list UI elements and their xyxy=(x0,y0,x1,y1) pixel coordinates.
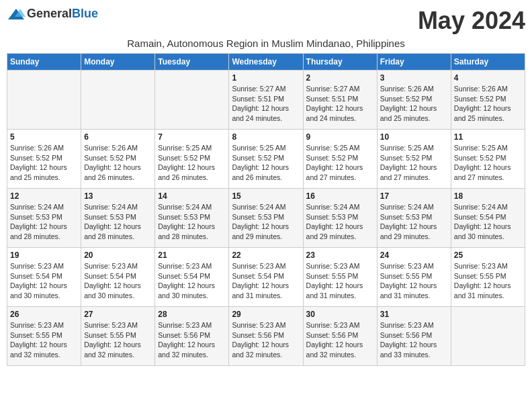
day-number: 12 xyxy=(10,191,78,201)
day-number: 13 xyxy=(84,191,152,201)
day-info: Sunrise: 5:25 AM Sunset: 5:52 PM Dayligh… xyxy=(380,143,448,183)
day-number: 31 xyxy=(380,310,448,319)
logo-general: General xyxy=(27,7,72,20)
day-info: Sunrise: 5:23 AM Sunset: 5:55 PM Dayligh… xyxy=(454,261,522,301)
day-info: Sunrise: 5:24 AM Sunset: 5:53 PM Dayligh… xyxy=(84,202,152,242)
day-number: 22 xyxy=(232,250,300,260)
calendar-cell: 19Sunrise: 5:23 AM Sunset: 5:54 PM Dayli… xyxy=(7,248,81,307)
day-info: Sunrise: 5:23 AM Sunset: 5:54 PM Dayligh… xyxy=(84,261,152,301)
calendar-cell: 24Sunrise: 5:23 AM Sunset: 5:55 PM Dayli… xyxy=(377,248,451,307)
day-number: 1 xyxy=(232,73,300,83)
calendar-cell: 6Sunrise: 5:26 AM Sunset: 5:52 PM Daylig… xyxy=(81,130,155,189)
day-info: Sunrise: 5:27 AM Sunset: 5:51 PM Dayligh… xyxy=(232,84,300,124)
calendar-table: SundayMondayTuesdayWednesdayThursdayFrid… xyxy=(7,53,525,366)
calendar-body: 1Sunrise: 5:27 AM Sunset: 5:51 PM Daylig… xyxy=(7,71,525,366)
day-number: 7 xyxy=(158,132,226,142)
calendar-cell: 29Sunrise: 5:23 AM Sunset: 5:56 PM Dayli… xyxy=(229,307,303,366)
calendar-cell: 15Sunrise: 5:24 AM Sunset: 5:53 PM Dayli… xyxy=(229,189,303,248)
day-info: Sunrise: 5:23 AM Sunset: 5:56 PM Dayligh… xyxy=(158,320,226,360)
calendar-cell: 31Sunrise: 5:23 AM Sunset: 5:56 PM Dayli… xyxy=(377,307,451,366)
day-number: 17 xyxy=(380,191,448,201)
calendar-cell: 1Sunrise: 5:27 AM Sunset: 5:51 PM Daylig… xyxy=(229,71,303,130)
day-number: 18 xyxy=(454,191,522,201)
day-info: Sunrise: 5:26 AM Sunset: 5:52 PM Dayligh… xyxy=(380,84,448,124)
day-info: Sunrise: 5:25 AM Sunset: 5:52 PM Dayligh… xyxy=(454,143,522,183)
day-info: Sunrise: 5:23 AM Sunset: 5:54 PM Dayligh… xyxy=(232,261,300,301)
day-info: Sunrise: 5:24 AM Sunset: 5:54 PM Dayligh… xyxy=(454,202,522,242)
header: GeneralBlue May 2024 xyxy=(7,7,525,35)
calendar-cell xyxy=(81,71,155,130)
calendar-cell: 25Sunrise: 5:23 AM Sunset: 5:55 PM Dayli… xyxy=(451,248,525,307)
calendar-week-5: 26Sunrise: 5:23 AM Sunset: 5:55 PM Dayli… xyxy=(7,307,525,366)
calendar-cell: 5Sunrise: 5:26 AM Sunset: 5:52 PM Daylig… xyxy=(7,130,81,189)
day-info: Sunrise: 5:24 AM Sunset: 5:53 PM Dayligh… xyxy=(380,202,448,242)
day-number: 28 xyxy=(158,310,226,319)
calendar-cell: 20Sunrise: 5:23 AM Sunset: 5:54 PM Dayli… xyxy=(81,248,155,307)
day-number: 27 xyxy=(84,310,152,319)
day-number: 14 xyxy=(158,191,226,201)
day-number: 25 xyxy=(454,250,522,260)
calendar-cell: 28Sunrise: 5:23 AM Sunset: 5:56 PM Dayli… xyxy=(155,307,229,366)
calendar-cell: 12Sunrise: 5:24 AM Sunset: 5:53 PM Dayli… xyxy=(7,189,81,248)
day-number: 6 xyxy=(84,132,152,142)
day-info: Sunrise: 5:26 AM Sunset: 5:52 PM Dayligh… xyxy=(10,143,78,183)
month-title: May 2024 xyxy=(418,7,525,35)
weekday-header-thursday: Thursday xyxy=(303,54,377,71)
day-info: Sunrise: 5:25 AM Sunset: 5:52 PM Dayligh… xyxy=(232,143,300,183)
weekday-header-wednesday: Wednesday xyxy=(229,54,303,71)
day-info: Sunrise: 5:27 AM Sunset: 5:51 PM Dayligh… xyxy=(306,84,374,124)
calendar-cell: 16Sunrise: 5:24 AM Sunset: 5:53 PM Dayli… xyxy=(303,189,377,248)
calendar-subtitle: Ramain, Autonomous Region in Muslim Mind… xyxy=(7,38,525,49)
calendar-week-2: 5Sunrise: 5:26 AM Sunset: 5:52 PM Daylig… xyxy=(7,130,525,189)
day-info: Sunrise: 5:24 AM Sunset: 5:53 PM Dayligh… xyxy=(232,202,300,242)
weekday-header-saturday: Saturday xyxy=(451,54,525,71)
calendar-cell: 17Sunrise: 5:24 AM Sunset: 5:53 PM Dayli… xyxy=(377,189,451,248)
day-info: Sunrise: 5:23 AM Sunset: 5:55 PM Dayligh… xyxy=(306,261,374,301)
calendar-cell xyxy=(155,71,229,130)
calendar-cell: 8Sunrise: 5:25 AM Sunset: 5:52 PM Daylig… xyxy=(229,130,303,189)
day-number: 16 xyxy=(306,191,374,201)
calendar-week-1: 1Sunrise: 5:27 AM Sunset: 5:51 PM Daylig… xyxy=(7,71,525,130)
calendar-cell: 23Sunrise: 5:23 AM Sunset: 5:55 PM Dayli… xyxy=(303,248,377,307)
day-number: 21 xyxy=(158,250,226,260)
day-info: Sunrise: 5:26 AM Sunset: 5:52 PM Dayligh… xyxy=(454,84,522,124)
day-number: 29 xyxy=(232,310,300,319)
calendar-cell: 2Sunrise: 5:27 AM Sunset: 5:51 PM Daylig… xyxy=(303,71,377,130)
calendar-cell: 18Sunrise: 5:24 AM Sunset: 5:54 PM Dayli… xyxy=(451,189,525,248)
day-number: 3 xyxy=(380,73,448,83)
day-info: Sunrise: 5:25 AM Sunset: 5:52 PM Dayligh… xyxy=(306,143,374,183)
day-info: Sunrise: 5:24 AM Sunset: 5:53 PM Dayligh… xyxy=(306,202,374,242)
weekday-header-tuesday: Tuesday xyxy=(155,54,229,71)
weekday-header-friday: Friday xyxy=(377,54,451,71)
day-number: 11 xyxy=(454,132,522,142)
day-info: Sunrise: 5:23 AM Sunset: 5:54 PM Dayligh… xyxy=(158,261,226,301)
calendar-cell xyxy=(451,307,525,366)
day-info: Sunrise: 5:24 AM Sunset: 5:53 PM Dayligh… xyxy=(158,202,226,242)
day-number: 8 xyxy=(232,132,300,142)
day-number: 10 xyxy=(380,132,448,142)
day-info: Sunrise: 5:23 AM Sunset: 5:55 PM Dayligh… xyxy=(380,261,448,301)
day-number: 2 xyxy=(306,73,374,83)
calendar-cell: 4Sunrise: 5:26 AM Sunset: 5:52 PM Daylig… xyxy=(451,71,525,130)
logo: GeneralBlue xyxy=(7,7,98,21)
calendar-cell: 3Sunrise: 5:26 AM Sunset: 5:52 PM Daylig… xyxy=(377,71,451,130)
day-info: Sunrise: 5:23 AM Sunset: 5:56 PM Dayligh… xyxy=(380,320,448,360)
calendar-cell: 9Sunrise: 5:25 AM Sunset: 5:52 PM Daylig… xyxy=(303,130,377,189)
calendar-cell: 7Sunrise: 5:25 AM Sunset: 5:52 PM Daylig… xyxy=(155,130,229,189)
weekday-header-sunday: Sunday xyxy=(7,54,81,71)
day-number: 15 xyxy=(232,191,300,201)
calendar-cell: 10Sunrise: 5:25 AM Sunset: 5:52 PM Dayli… xyxy=(377,130,451,189)
day-number: 20 xyxy=(84,250,152,260)
calendar-cell: 27Sunrise: 5:23 AM Sunset: 5:55 PM Dayli… xyxy=(81,307,155,366)
day-number: 9 xyxy=(306,132,374,142)
day-number: 24 xyxy=(380,250,448,260)
calendar-cell xyxy=(7,71,81,130)
calendar-cell: 30Sunrise: 5:23 AM Sunset: 5:56 PM Dayli… xyxy=(303,307,377,366)
calendar-cell: 13Sunrise: 5:24 AM Sunset: 5:53 PM Dayli… xyxy=(81,189,155,248)
day-number: 4 xyxy=(454,73,522,83)
day-info: Sunrise: 5:23 AM Sunset: 5:55 PM Dayligh… xyxy=(84,320,152,360)
calendar-week-4: 19Sunrise: 5:23 AM Sunset: 5:54 PM Dayli… xyxy=(7,248,525,307)
weekday-header-row: SundayMondayTuesdayWednesdayThursdayFrid… xyxy=(7,54,525,71)
calendar-cell: 11Sunrise: 5:25 AM Sunset: 5:52 PM Dayli… xyxy=(451,130,525,189)
day-number: 26 xyxy=(10,310,78,319)
